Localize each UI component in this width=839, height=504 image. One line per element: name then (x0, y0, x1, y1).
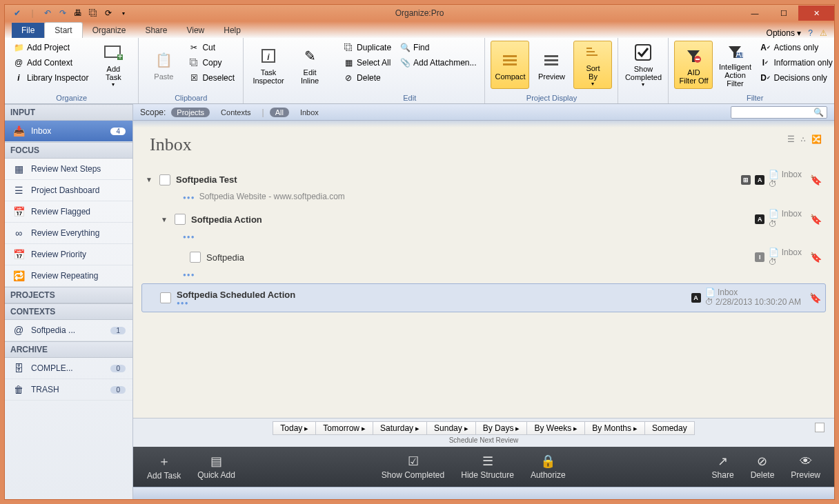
task-checkbox[interactable] (190, 252, 201, 263)
section-input[interactable]: INPUT (5, 104, 132, 121)
group-label-organize: Organize (10, 93, 132, 102)
action-authorize[interactable]: 🔒Authorize (531, 454, 566, 480)
aid-filter-off-button[interactable]: AID Filter Off (674, 41, 713, 89)
undo-icon[interactable]: ↶ (42, 8, 53, 19)
pin-icon[interactable]: ⚠ (820, 28, 827, 38)
close-button[interactable]: ✕ (798, 6, 834, 21)
schedule-someday[interactable]: Someday (645, 421, 695, 435)
task-checkbox[interactable] (160, 292, 171, 303)
maximize-button[interactable]: ☐ (769, 6, 798, 21)
file-tab[interactable]: File (12, 23, 44, 38)
bookmark-icon[interactable]: 🔖 (809, 292, 821, 303)
group-label-clipboard: Clipboard (144, 93, 237, 102)
schedule-today[interactable]: Today ▸ (273, 421, 316, 435)
library-inspector-button[interactable]: iLibrary Inspector (10, 71, 91, 85)
sidebar-item-completed[interactable]: 🗄 COMPLE... 0 (5, 358, 132, 379)
help-icon[interactable]: ? (808, 28, 813, 38)
bookmark-icon[interactable]: 🔖 (810, 252, 822, 263)
task-row[interactable]: ▼ Softpedia I 📄 Inbox⏱ 🔖 (172, 245, 826, 270)
task-row[interactable]: ▼ Softpedia Action A 📄 Inbox⏱ 🔖 (157, 207, 826, 231)
sort-by-button[interactable]: Sort By ▾ (573, 41, 612, 89)
task-row[interactable]: ▼ Softpedia Test ⊞ A 📄 Inbox⏱ 🔖 (141, 168, 826, 192)
compact-button[interactable]: Compact (491, 41, 529, 89)
paste-button[interactable]: 📋 Paste (144, 41, 183, 89)
sidebar-item-trash[interactable]: 🗑 TRASH 0 (5, 379, 132, 401)
disclosure-icon[interactable]: ▼ (146, 176, 154, 183)
sidebar-item-flagged[interactable]: 📅Review Flagged (5, 201, 132, 223)
duplicate-button[interactable]: ⿻Duplicate (340, 41, 394, 54)
decisions-only-button[interactable]: D✓Decisions only (757, 71, 835, 85)
delete-button[interactable]: ⊘Delete (340, 71, 394, 85)
schedule-by-days[interactable]: By Days ▸ (476, 421, 528, 435)
action-share[interactable]: ↗Share (712, 454, 734, 480)
tab-organize[interactable]: Organize (83, 23, 136, 38)
action-quick-add[interactable]: ▤Quick Add (197, 454, 235, 480)
scope-all[interactable]: All (270, 108, 289, 117)
add-context-button[interactable]: @Add Context (10, 56, 91, 70)
sidebar-item-inbox[interactable]: 📥 Inbox 4 (5, 121, 132, 142)
schedule-saturday[interactable]: Saturday ▸ (373, 421, 427, 435)
disclosure-icon[interactable]: ▼ (161, 216, 169, 223)
task-checkbox[interactable] (159, 174, 170, 185)
schedule-by-months[interactable]: By Months ▸ (585, 421, 645, 435)
schedule-checkbox[interactable] (815, 423, 825, 432)
sidebar-item-next-steps[interactable]: ▦Review Next Steps (5, 159, 132, 180)
schedule-by-weeks[interactable]: By Weeks ▸ (527, 421, 585, 435)
scope-projects[interactable]: Projects (171, 108, 210, 117)
view-tree-icon[interactable]: 🔀 (811, 134, 822, 144)
sidebar-item-everything[interactable]: ∞Review Everything (5, 223, 132, 244)
search-input[interactable]: 🔍 (731, 106, 827, 119)
qat-dropdown-icon[interactable]: ▾ (118, 8, 129, 19)
tab-start[interactable]: Start (44, 22, 82, 38)
section-archive[interactable]: ARCHIVE (5, 341, 132, 358)
sidebar-item-priority[interactable]: 📅Review Priority (5, 244, 132, 265)
action-show-completed[interactable]: ☑Show Completed (382, 454, 444, 480)
add-attachment-button[interactable]: 📎Add Attachmen... (397, 56, 479, 70)
actions-only-button[interactable]: A✓Actions only (757, 41, 835, 54)
add-project-button[interactable]: 📁Add Project (10, 41, 91, 54)
bookmark-icon[interactable]: 🔖 (810, 174, 822, 185)
section-projects[interactable]: PROJECTS (5, 287, 132, 303)
section-contexts[interactable]: CONTEXTS (5, 303, 132, 320)
add-task-button[interactable]: + Add Task ▾ (94, 41, 132, 89)
sidebar-item-repeating[interactable]: 🔁Review Repeating (5, 265, 132, 287)
options-menu[interactable]: Options ▾ (767, 28, 802, 38)
qat-check-icon[interactable]: ✔ (12, 8, 23, 19)
copy-icon[interactable]: ⿻ (88, 8, 99, 19)
task-checkbox[interactable] (175, 214, 186, 225)
scope-contexts[interactable]: Contexts (215, 108, 256, 117)
tab-view[interactable]: View (177, 23, 214, 38)
tab-help[interactable]: Help (214, 23, 250, 38)
print-icon[interactable]: 🖶 (72, 8, 83, 19)
action-hide-structure[interactable]: ☰Hide Structure (461, 454, 514, 480)
action-preview[interactable]: 👁Preview (791, 454, 820, 480)
schedule-sunday[interactable]: Sunday ▸ (427, 421, 476, 435)
deselect-button[interactable]: ☒Deselect (186, 71, 237, 85)
view-list-icon[interactable]: ☰ (787, 134, 795, 144)
view-outline-icon[interactable]: ⛬ (799, 134, 807, 144)
section-focus[interactable]: FOCUS (5, 142, 132, 159)
sidebar-item-dashboard[interactable]: ☰Project Dashboard (5, 180, 132, 201)
intelligent-filter-button[interactable]: AI Intelligent Action Filter (715, 41, 754, 89)
refresh-icon[interactable]: ⟳ (103, 8, 114, 19)
action-delete[interactable]: ⊘Delete (751, 454, 775, 480)
cut-button[interactable]: ✂Cut (186, 41, 237, 54)
show-completed-button[interactable]: Show Completed ▾ (624, 41, 662, 89)
task-row-selected[interactable]: ▼ Softpedia Scheduled Action ●●● A 📄 Inb… (141, 283, 826, 312)
find-button[interactable]: 🔍Find (397, 41, 479, 54)
action-add-task[interactable]: ＋Add Task (147, 453, 181, 481)
task-title: Softpedia Action (191, 214, 262, 225)
select-all-button[interactable]: ▦Select All (340, 56, 394, 70)
bookmark-icon[interactable]: 🔖 (810, 214, 822, 225)
information-only-button[interactable]: I✓Information only (757, 56, 835, 70)
redo-icon[interactable]: ↷ (57, 8, 68, 19)
minimize-button[interactable]: — (740, 6, 769, 21)
preview-button[interactable]: Preview (532, 41, 571, 89)
schedule-tomorrow[interactable]: Tomorrow ▸ (316, 421, 373, 435)
tab-share[interactable]: Share (135, 23, 177, 38)
task-inspector-button[interactable]: i Task Inspector (249, 41, 288, 89)
sidebar-item-context-softpedia[interactable]: @ Softpedia ... 1 (5, 320, 132, 341)
scope-inbox[interactable]: Inbox (295, 108, 324, 117)
copy-button[interactable]: ⿻Copy (186, 56, 237, 70)
edit-inline-button[interactable]: ✎ Edit Inline (290, 41, 329, 89)
